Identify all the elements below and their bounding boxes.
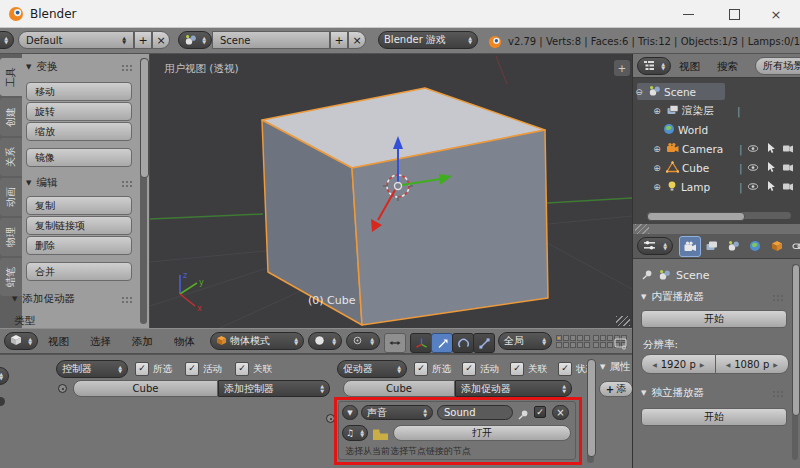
close-scene-button[interactable]: ×: [348, 31, 366, 49]
outliner-row-cube[interactable]: ⊕ Cube |: [633, 158, 800, 177]
controllers-filter-act[interactable]: ✓ 活动: [185, 362, 222, 376]
restrict-view-eye-icon[interactable]: [747, 143, 759, 156]
region-corner[interactable]: [616, 316, 630, 326]
delete-actuator-button[interactable]: ×: [552, 405, 569, 420]
tab-render-layers[interactable]: [701, 236, 721, 255]
menu-add[interactable]: 添加: [132, 335, 153, 349]
panel-drag-dots-icon[interactable]: [122, 297, 124, 299]
scale-manipulator-button[interactable]: [473, 333, 495, 353]
logic-properties-panel-header[interactable]: ▼ 属性: [600, 360, 630, 374]
scene-browse-dropdown[interactable]: ▲▼: [178, 31, 212, 49]
pin-icon[interactable]: [641, 266, 653, 285]
restrict-view-eye-icon[interactable]: [747, 181, 759, 194]
pivot-point-dropdown[interactable]: ▲▼: [346, 332, 380, 350]
open-sound-button[interactable]: 打开: [393, 425, 571, 441]
translate-manipulator-button[interactable]: [431, 333, 453, 353]
tab-scene[interactable]: [723, 236, 743, 255]
transform-orientation-dropdown[interactable]: 全局 ▲▼: [498, 332, 552, 350]
scene-name-field[interactable]: Scene: [212, 31, 330, 49]
delete-button[interactable]: 删除: [26, 236, 132, 255]
actuator-name-field[interactable]: Sound: [437, 405, 513, 420]
add-game-property-button[interactable]: + 添: [599, 381, 632, 397]
restrict-select-cursor-icon[interactable]: [765, 142, 776, 156]
open-folder-icon[interactable]: [372, 426, 389, 445]
tab-tools[interactable]: 工具: [0, 58, 22, 96]
add-layout-button[interactable]: +: [134, 31, 152, 49]
restrict-select-cursor-icon[interactable]: [765, 161, 776, 175]
panel-drag-dots-icon[interactable]: [773, 295, 775, 297]
rotate-button[interactable]: 旋转: [26, 102, 132, 121]
restrict-render-camera-icon[interactable]: [782, 143, 794, 156]
axis-tripod-button[interactable]: [410, 333, 432, 353]
resolution-y-stepper[interactable]: ◀ 1080 p ▶: [716, 354, 790, 374]
panel-drag-dots-icon[interactable]: [773, 391, 775, 393]
duplicate-button[interactable]: 复制: [26, 196, 132, 215]
menu-select[interactable]: 选择: [90, 335, 111, 349]
outliner-row-world[interactable]: World: [633, 120, 800, 139]
editor-type-dropdown-info[interactable]: ▲▼: [0, 31, 14, 49]
expand-icon[interactable]: ⊕: [651, 144, 663, 154]
embedded-player-panel-header[interactable]: ▼ 内置播放器: [641, 290, 704, 304]
tab-animation[interactable]: 动画: [0, 178, 22, 216]
scrollbar-thumb[interactable]: [587, 359, 596, 457]
menu-view[interactable]: 视图: [48, 335, 69, 349]
expand-icon[interactable]: ⊕: [651, 182, 663, 192]
scrollbar-thumb[interactable]: [140, 58, 149, 178]
maximize-button[interactable]: [714, 0, 754, 28]
edit-panel-header[interactable]: ▼ 编辑: [26, 176, 57, 190]
actuators-object-name[interactable]: Cube: [343, 380, 455, 397]
add-controller-dropdown[interactable]: 添加控制器 ▲▼: [218, 380, 330, 397]
transform-panel-header[interactable]: ▼ 变换: [26, 60, 57, 74]
engine-selector[interactable]: Blender 游戏 ▲▼: [378, 31, 478, 49]
panel-drag-dots-icon[interactable]: [122, 65, 124, 67]
actuators-dropdown[interactable]: 促动器 ▲▼: [337, 360, 407, 378]
collapse-actuator-button[interactable]: ▼: [342, 405, 358, 420]
close-button[interactable]: ×: [756, 0, 796, 28]
tab-relations[interactable]: 关系: [0, 138, 22, 176]
viewport-shading-dropdown[interactable]: ▲▼: [308, 332, 342, 350]
expand-icon[interactable]: ⊕: [651, 106, 663, 116]
manipulator-toggle-button[interactable]: [384, 333, 406, 353]
translate-button[interactable]: 移动: [26, 82, 132, 101]
add-actuator-panel-header[interactable]: ▼ 添加促动器: [12, 292, 75, 306]
scrollbar-thumb[interactable]: [792, 264, 800, 416]
expand-icon[interactable]: ⊕: [651, 163, 663, 173]
actuators-filter-link[interactable]: ✓ 关联: [510, 362, 547, 376]
mirror-button[interactable]: 镜像: [26, 148, 132, 167]
3d-viewport[interactable]: z y x 用户视图 (透视) (0) Cube +: [150, 54, 632, 328]
editor-type-dropdown-3dview[interactable]: ▲▼: [4, 332, 38, 350]
sensors-column-fragment[interactable]: ▲▼: [0, 367, 9, 385]
tab-create[interactable]: 创建: [0, 98, 22, 136]
mode-selector[interactable]: 物体模式 ▲▼: [210, 332, 304, 350]
logic-scrollbar[interactable]: [587, 359, 594, 463]
outliner-row-render-layers[interactable]: ⊕ 渲染层 |: [633, 101, 800, 120]
actuator-link-radio[interactable]: [326, 414, 335, 423]
join-button[interactable]: 合并: [26, 262, 132, 281]
actuator-type-dropdown[interactable]: 声音 ▲▼: [361, 405, 433, 420]
outliner-scope-dropdown[interactable]: 所有场景: [755, 57, 800, 75]
tab-world[interactable]: [745, 236, 765, 255]
standalone-player-panel-header[interactable]: ▼ 独立播放器: [641, 386, 704, 400]
panel-drag-dots-icon[interactable]: [122, 181, 124, 183]
tab-grease-pencil[interactable]: 蜡笔: [0, 258, 22, 296]
tab-object[interactable]: [767, 236, 787, 255]
editor-type-dropdown-outliner[interactable]: ▲▼: [637, 57, 671, 75]
scrollbar-thumb[interactable]: [647, 212, 745, 221]
actuators-filter-sel[interactable]: ✓ 所选: [414, 362, 451, 376]
rotate-manipulator-button[interactable]: [452, 333, 474, 353]
add-actuator-dropdown[interactable]: 添加促动器 ▲▼: [455, 380, 572, 397]
properties-scrollbar[interactable]: [792, 264, 798, 460]
controllers-object-radio[interactable]: [58, 384, 67, 393]
pin-icon[interactable]: [517, 406, 529, 425]
lock-to-scene-icon[interactable]: [614, 335, 628, 354]
editor-type-dropdown-properties[interactable]: ▲▼: [637, 237, 673, 255]
outliner-menu-view[interactable]: 视图: [679, 60, 700, 74]
restrict-view-eye-icon[interactable]: [747, 162, 759, 175]
collapse-icon[interactable]: ⊖: [633, 87, 645, 97]
outliner-row-camera[interactable]: ⊕ Camera |: [633, 139, 800, 158]
outliner-menu-search[interactable]: 搜索: [717, 60, 738, 74]
scale-button[interactable]: 缩放: [26, 122, 132, 141]
link-socket-icon[interactable]: [0, 397, 5, 406]
tab-constraints[interactable]: [789, 236, 800, 255]
sound-datablock-dropdown[interactable]: ♫ ▲▼: [342, 425, 368, 441]
